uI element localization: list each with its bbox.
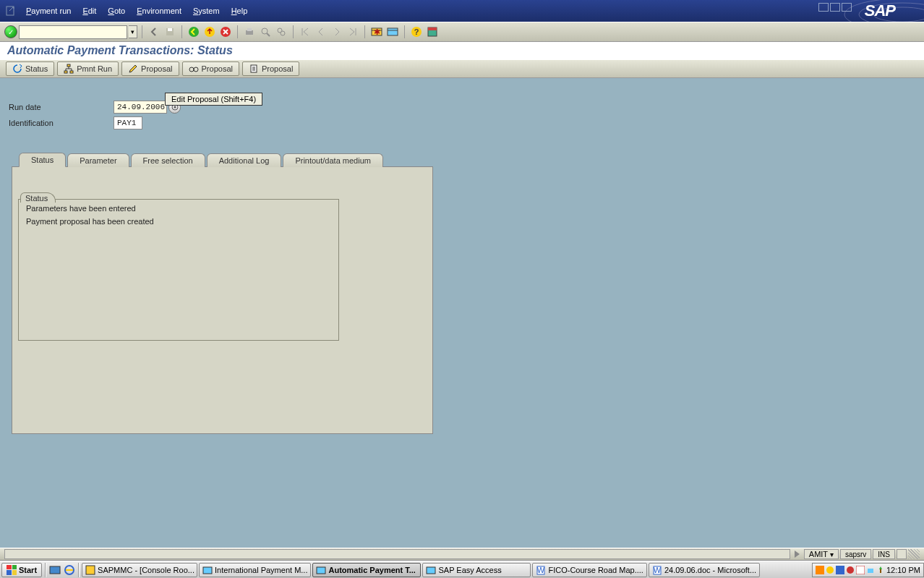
system-tray[interactable]: 12:10 PM <box>812 563 924 577</box>
start-button[interactable]: Start <box>1 563 42 577</box>
create-session-icon[interactable]: ✱ <box>369 25 384 39</box>
status-line: Parameters have been entered <box>26 204 331 213</box>
generate-shortcut-icon[interactable] <box>385 25 400 39</box>
status-user: AMIT ▾ <box>804 549 839 559</box>
svg-rect-52 <box>880 569 881 573</box>
enter-button[interactable]: ✓ <box>4 25 17 38</box>
tab-status[interactable]: Status <box>19 153 66 167</box>
status-line: Payment proposal has been created <box>26 217 331 226</box>
find-next-icon[interactable] <box>274 25 288 39</box>
svg-rect-40 <box>317 567 325 574</box>
svg-text:W: W <box>654 566 662 574</box>
menu-environment[interactable]: Environment <box>137 7 181 15</box>
tray-icon[interactable] <box>856 566 865 574</box>
sheet-icon <box>249 64 259 74</box>
svg-point-2 <box>859 3 924 22</box>
svg-rect-25 <box>64 71 67 73</box>
windows-taskbar: Start SAPMMC - [Console Roo... Internati… <box>0 561 924 578</box>
proposal-display-label: Proposal <box>202 64 233 73</box>
cancel-icon[interactable] <box>218 25 233 39</box>
tray-icon[interactable] <box>816 566 824 574</box>
ripple-decor <box>837 0 924 22</box>
back-icon[interactable] <box>147 25 161 39</box>
form-area: Run date 24.09.2006 Identification PAY1 … <box>0 78 924 441</box>
svg-rect-48 <box>836 566 844 574</box>
svg-rect-46 <box>816 566 824 574</box>
tooltip: Edit Proposal (Shift+F4) <box>165 93 262 106</box>
tray-icon[interactable] <box>846 566 855 574</box>
svg-rect-18 <box>388 28 398 35</box>
tray-icon[interactable] <box>826 566 834 574</box>
menu-goto[interactable]: Goto <box>108 7 125 15</box>
menu-payment-run[interactable]: Payment run <box>26 7 71 15</box>
find-icon[interactable] <box>258 25 273 39</box>
command-field[interactable] <box>19 25 127 39</box>
tray-icon[interactable] <box>836 566 844 574</box>
tab-printout-data-medium[interactable]: Printout/data medium <box>283 153 383 167</box>
run-date-field[interactable]: 24.09.2006 <box>114 101 167 114</box>
svg-point-47 <box>826 566 834 574</box>
taskbar-item[interactable]: W24.09.06.doc - Microsoft... <box>649 563 760 577</box>
tab-parameter[interactable]: Parameter <box>67 153 129 167</box>
svg-rect-10 <box>247 28 252 31</box>
next-page-icon[interactable] <box>330 25 344 39</box>
exit-icon[interactable] <box>202 25 217 39</box>
svg-text:✱: ✱ <box>374 27 380 36</box>
taskbar-item-active[interactable]: Automatic Payment T... <box>312 563 421 577</box>
print-icon[interactable] <box>242 25 257 39</box>
svg-point-1 <box>873 7 924 22</box>
application-toolbar: Status Pmnt Run Proposal Proposal Propos… <box>0 59 924 78</box>
save-icon[interactable] <box>163 25 177 39</box>
refresh-icon <box>12 64 22 74</box>
proposal-edit-button[interactable]: Proposal <box>121 61 179 76</box>
taskbar-item[interactable]: SAP Easy Access <box>422 563 531 577</box>
identification-field[interactable]: PAY1 <box>114 116 142 129</box>
menu-system[interactable]: System <box>193 7 220 15</box>
status-button-label: Status <box>25 64 48 73</box>
glasses-icon <box>189 64 199 74</box>
svg-rect-24 <box>67 64 70 67</box>
svg-rect-50 <box>856 566 865 574</box>
svg-point-49 <box>847 566 854 574</box>
svg-point-11 <box>262 28 268 34</box>
tab-panel: Status Parameters have been entered Paym… <box>12 166 433 434</box>
proposal-print-button[interactable]: Proposal <box>242 61 299 76</box>
svg-point-6 <box>189 27 199 37</box>
tab-strip: Status Parameter Free selection Addition… <box>19 152 915 166</box>
customize-layout-icon[interactable] <box>425 25 440 39</box>
taskbar-item[interactable]: International Payment M... <box>199 563 311 577</box>
tray-icon[interactable] <box>866 566 875 574</box>
tray-clock: 12:10 PM <box>886 566 920 574</box>
pmnt-run-button-label: Pmnt Run <box>77 64 112 73</box>
status-group-box: Status Parameters have been entered Paym… <box>18 199 339 341</box>
svg-rect-36 <box>50 566 60 574</box>
svg-point-14 <box>281 31 285 35</box>
identification-label: Identification <box>9 119 114 127</box>
ie-icon[interactable] <box>64 564 75 576</box>
taskbar-item[interactable]: SAPMMC - [Console Roo... <box>82 563 197 577</box>
last-page-icon[interactable] <box>346 25 360 39</box>
status-expand-icon[interactable] <box>795 551 800 558</box>
svg-point-27 <box>189 67 194 72</box>
back-green-icon[interactable] <box>187 25 201 39</box>
tab-additional-log[interactable]: Additional Log <box>207 153 282 167</box>
menu-edit[interactable]: Edit <box>82 7 96 15</box>
taskbar-item[interactable]: WFICO-Course Road Map.... <box>532 563 646 577</box>
status-button[interactable]: Status <box>6 61 54 76</box>
show-desktop-icon[interactable] <box>49 564 61 576</box>
svg-rect-51 <box>868 569 873 573</box>
proposal-display-button[interactable]: Proposal <box>182 61 239 76</box>
first-page-icon[interactable] <box>298 25 312 39</box>
minimize-icon[interactable] <box>818 3 829 12</box>
pmnt-run-button[interactable]: Pmnt Run <box>57 61 119 76</box>
tab-free-selection[interactable]: Free selection <box>131 153 205 167</box>
help-icon[interactable]: ? <box>409 25 424 39</box>
command-dropdown[interactable]: ▾ <box>129 25 137 38</box>
svg-rect-26 <box>70 71 73 73</box>
resize-grip[interactable] <box>908 549 920 559</box>
run-date-label: Run date <box>9 103 114 111</box>
status-mode: INS <box>873 549 895 559</box>
prev-page-icon[interactable] <box>314 25 328 39</box>
tray-icon[interactable] <box>876 566 885 574</box>
menu-help[interactable]: Help <box>231 7 248 15</box>
